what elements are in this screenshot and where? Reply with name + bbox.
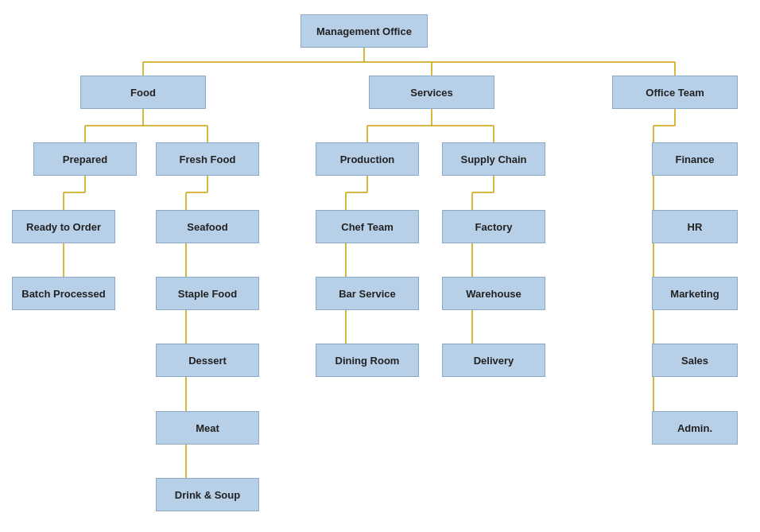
node-staple_food: Staple Food <box>156 277 259 310</box>
org-chart: Management OfficeFoodServicesOffice Team… <box>0 0 760 532</box>
node-food: Food <box>80 76 206 109</box>
node-hr: HR <box>652 210 738 243</box>
node-factory: Factory <box>442 210 545 243</box>
node-prepared: Prepared <box>33 142 137 176</box>
node-management: Management Office <box>301 14 428 48</box>
node-chef_team: Chef Team <box>316 210 419 243</box>
node-bar_service: Bar Service <box>316 277 419 310</box>
node-seafood: Seafood <box>156 210 259 243</box>
node-marketing: Marketing <box>652 277 738 310</box>
node-dining_room: Dining Room <box>316 344 419 377</box>
node-meat: Meat <box>156 411 259 445</box>
node-admin: Admin. <box>652 411 738 445</box>
node-finance: Finance <box>652 142 738 176</box>
node-ready_to_order: Ready to Order <box>12 210 115 243</box>
node-office_team: Office Team <box>612 76 738 109</box>
node-warehouse: Warehouse <box>442 277 545 310</box>
node-sales: Sales <box>652 344 738 377</box>
node-supply_chain: Supply Chain <box>442 142 545 176</box>
node-services: Services <box>369 76 494 109</box>
node-delivery: Delivery <box>442 344 545 377</box>
node-dessert: Dessert <box>156 344 259 377</box>
node-batch_processed: Batch Processed <box>12 277 115 310</box>
node-production: Production <box>316 142 419 176</box>
node-fresh_food: Fresh Food <box>156 142 259 176</box>
node-drink_soup: Drink & Soup <box>156 478 259 511</box>
